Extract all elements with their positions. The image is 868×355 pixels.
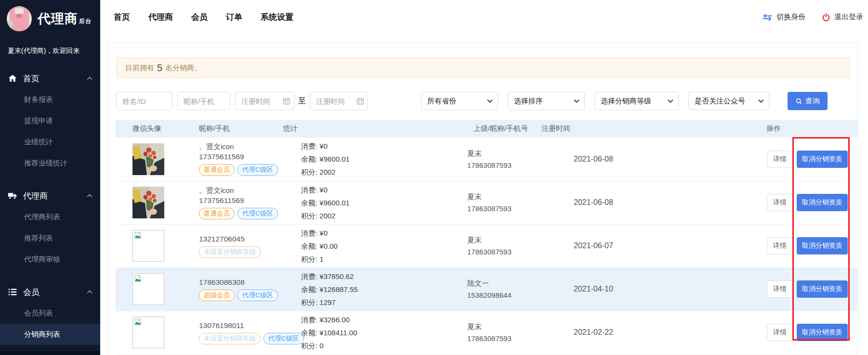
chevron-down-icon <box>487 99 493 103</box>
parent-cell: 夏末 17863087593 <box>466 181 541 224</box>
member-nickname: 。贤文icon <box>199 186 282 195</box>
reg-time-start-input[interactable] <box>235 92 294 110</box>
cancel-distribution-button[interactable]: 取消分销资质 <box>797 280 848 298</box>
sidebar-item-referral-performance-stats[interactable]: 推荐业绩统计 <box>0 152 100 174</box>
table-row: 17863086308 超级会员代理C级区 消费: ¥37850.62 余额: … <box>116 267 857 311</box>
topbar: 首页 代理商 会员 订单 系统设置 切换身份 退出登录 <box>100 0 868 35</box>
follow-official-account-select[interactable]: 是否关注公众号 <box>688 92 769 110</box>
stats-cell: 消费: ¥37850.62 余额: ¥126887.55 积分: 1297 <box>283 267 466 311</box>
province-select[interactable]: 所有省份 <box>421 92 498 110</box>
parent-name: 陆文一 <box>467 277 540 289</box>
switch-identity-button[interactable]: 切换身份 <box>762 13 805 22</box>
stat-consumption: 消费: ¥0 <box>301 227 466 240</box>
sidebar-item-member-list[interactable]: 会员列表 <box>0 303 100 324</box>
topbar-right: 切换身份 退出登录 <box>762 13 868 22</box>
member-badges: 未设置分销商等级代理C级区 <box>199 333 282 344</box>
logout-button[interactable]: 退出登录 <box>822 13 863 22</box>
distributor-level-select-value: 选择分销商等级 <box>601 97 664 106</box>
nickname-cell: 。贤文icon 17375611569 普通会员代理C级区 <box>194 181 283 224</box>
sort-select-value: 选择排序 <box>514 97 570 106</box>
wechat-avatar <box>132 143 164 175</box>
reg-time-end-input[interactable] <box>310 92 368 110</box>
topnav-item-order[interactable]: 订单 <box>226 12 242 23</box>
member-phone: 17863086308 <box>199 278 282 287</box>
col-header-stats: 统计 <box>283 120 466 138</box>
sidebar-item-member[interactable]: 会员 <box>0 281 100 303</box>
detail-button[interactable]: 详情 <box>767 324 793 341</box>
parent-phone: 17863087593 <box>467 159 540 171</box>
sidebar-item-home[interactable]: 首页 <box>0 68 100 89</box>
broken-image-icon <box>134 318 162 326</box>
stat-consumption: 消费: ¥37850.62 <box>301 270 466 283</box>
stat-consumption: 消费: ¥3266.00 <box>301 313 466 326</box>
parent-name: 夏末 <box>467 190 540 203</box>
stat-balance: 余额: ¥126887.55 <box>301 283 466 296</box>
stat-points: 积分: 2002 <box>301 209 466 222</box>
cancel-distribution-button[interactable]: 取消分销资质 <box>797 194 848 211</box>
nickname-phone-input[interactable] <box>177 92 230 110</box>
actions-cell: 详情取消分销资质 <box>766 181 857 224</box>
col-header-parent: 上级/昵称/手机号 <box>466 120 541 138</box>
wechat-avatar <box>132 187 164 218</box>
alert-prefix: 目前拥有 <box>125 63 154 73</box>
detail-button[interactable]: 详情 <box>767 280 793 298</box>
topnav-item-home[interactable]: 首页 <box>114 12 130 23</box>
sidebar-item-agent-review[interactable]: 代理商审核 <box>0 249 100 270</box>
stat-points: 积分: 2002 <box>301 165 466 178</box>
member-phone: 17375611569 <box>199 196 282 205</box>
province-select-value: 所有省份 <box>427 97 483 106</box>
member-badges: 普通会员代理C级区 <box>199 208 282 219</box>
topnav-item-system-settings[interactable]: 系统设置 <box>261 12 293 23</box>
sidebar-item-distributor-list[interactable]: 分销商列表 <box>0 324 100 345</box>
registration-date: 2021-06-08 <box>574 155 613 163</box>
col-header-actions: 操作 <box>766 120 857 138</box>
sidebar-item-referral-list[interactable]: 推荐列表 <box>0 228 100 249</box>
stat-consumption: 消费: ¥0 <box>301 139 466 152</box>
parent-phone: 17863087593 <box>467 203 540 215</box>
sidebar-item-agent[interactable]: 代理商 <box>0 185 100 206</box>
topnav-item-member[interactable]: 会员 <box>191 12 208 23</box>
sidebar: 代理商后台 夏末(代理商)，欢迎回来 首页 财务报表 提现申请 业绩统计 推荐业… <box>0 0 100 355</box>
parent-cell: 陆文一 15382098644 <box>466 267 541 311</box>
name-id-input[interactable] <box>116 92 172 110</box>
avatar-cell <box>116 138 194 181</box>
sidebar-item-label: 会员 <box>23 287 87 298</box>
member-level-badge: 代理C级区 <box>237 290 278 301</box>
topnav-item-agent[interactable]: 代理商 <box>148 12 173 23</box>
sidebar-item-financial-report[interactable]: 财务报表 <box>0 89 100 110</box>
reg-date-cell: 2021-06-08 <box>541 181 766 224</box>
sort-select[interactable]: 选择排序 <box>508 92 585 110</box>
logo[interactable]: 代理商后台 <box>0 0 100 31</box>
detail-button[interactable]: 详情 <box>767 194 793 211</box>
sidebar-item-performance-stats[interactable]: 业绩统计 <box>0 131 100 152</box>
stats-cell: 消费: ¥0 余额: ¥9600.01 积分: 2002 <box>283 181 466 224</box>
search-button[interactable]: 查询 <box>788 92 828 110</box>
stat-consumption: 消费: ¥0 <box>301 183 466 196</box>
registration-date: 2021-06-07 <box>574 241 613 250</box>
parent-name: 夏末 <box>467 234 540 246</box>
member-phone: 13212706045 <box>199 235 282 243</box>
detail-button[interactable]: 详情 <box>767 237 793 254</box>
logo-avatar <box>7 6 32 31</box>
nickname-cell: 13076198011 未设置分销商等级代理C级区 <box>194 311 283 354</box>
avatar-cell <box>116 267 194 311</box>
sidebar-item-agent-list[interactable]: 代理商列表 <box>0 206 100 228</box>
cancel-distribution-button[interactable]: 取消分销资质 <box>797 151 848 168</box>
detail-button[interactable]: 详情 <box>767 151 793 168</box>
sidebar-item-withdrawal-request[interactable]: 提现申请 <box>0 110 100 131</box>
sidebar-item-label: 代理商 <box>23 190 87 202</box>
cancel-distribution-button[interactable]: 取消分销资质 <box>797 237 848 254</box>
distributor-level-select[interactable]: 选择分销商等级 <box>594 92 679 110</box>
sidebar-menu: 首页 财务报表 提现申请 业绩统计 推荐业绩统计 代理商 <box>0 68 100 345</box>
stat-points: 积分: 1 <box>301 253 466 266</box>
broken-image-icon <box>134 232 162 239</box>
parent-cell: 夏末 17863087593 <box>466 138 541 181</box>
member-badges: 未设置分销商等级 <box>199 246 282 258</box>
chevron-up-icon <box>87 76 92 80</box>
avatar-cell <box>116 311 194 354</box>
cancel-distribution-button[interactable]: 取消分销资质 <box>797 324 848 341</box>
parent-name: 夏末 <box>467 320 540 332</box>
table-row: 13076198011 未设置分销商等级代理C级区 消费: ¥3266.00 余… <box>116 311 857 354</box>
logout-label: 退出登录 <box>834 13 863 22</box>
registration-date: 2021-04-10 <box>574 285 613 293</box>
